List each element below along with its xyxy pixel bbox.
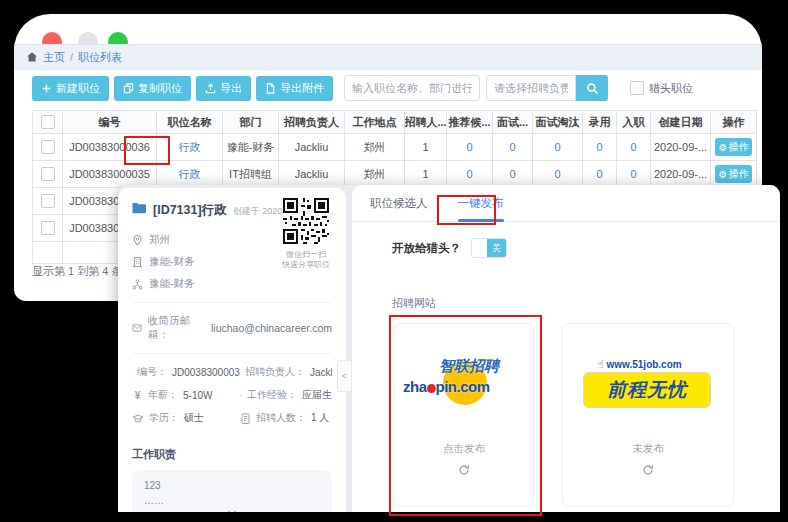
search-button[interactable] — [576, 75, 608, 101]
plus-icon — [41, 83, 52, 94]
refresh-icon[interactable] — [642, 462, 654, 480]
position-link[interactable]: 行政 — [157, 161, 223, 188]
headhunter-toggle-row: 开放给猎头？ 关 — [392, 238, 780, 258]
job-fields-grid: 编号：JD00383000036 招聘负责人：Jackliu ¥ 年薪：5-10… — [132, 365, 332, 434]
field-headcount: 招聘人数：1 人 — [240, 411, 332, 425]
toggle-off-half — [472, 239, 487, 257]
field-experience: 工作经验：应届生 — [240, 388, 332, 402]
hand-pointer-icon: ☝ — [597, 358, 604, 370]
file-icon — [265, 83, 276, 94]
gear-icon: ⚙ — [719, 169, 728, 180]
headcount-icon — [240, 413, 251, 424]
chevron-double-down-icon — [226, 510, 238, 512]
location-pin-icon — [132, 234, 143, 246]
job51-logo: ☝ www.51job.com 前程无忧 — [583, 358, 713, 408]
field-owner: 招聘负责人：Jackliu — [240, 365, 332, 379]
zhaopin-status: 点击发布 — [443, 442, 485, 456]
new-position-button[interactable]: 新建职位 — [32, 76, 109, 101]
education-icon — [132, 413, 144, 424]
field-salary: ¥ 年薪：5-10W — [132, 388, 240, 402]
panel-collapse-handle[interactable]: < — [337, 360, 352, 392]
salary-icon: ¥ — [132, 390, 143, 401]
job51-status: 未发布 — [632, 442, 664, 456]
owner-select-input[interactable] — [486, 75, 576, 101]
export-attachments-button[interactable]: 导出附件 — [256, 76, 333, 101]
row-action-button[interactable]: ⚙操作 — [715, 165, 753, 183]
job-department-row: 豫能-财务 — [132, 277, 272, 291]
row-checkbox[interactable] — [41, 221, 55, 235]
breadcrumb-home-link[interactable]: 主页 — [43, 50, 65, 65]
folder-icon — [132, 202, 147, 214]
toolbar: 新建职位 复制职位 导出 导出附件 猎头职位 — [14, 72, 762, 104]
gear-icon: ⚙ — [719, 142, 728, 153]
copy-icon — [123, 83, 134, 94]
publish-panel: 职位候选人 一键发布 开放给猎头？ 关 招聘网站 智联招聘 zhapin.com… — [352, 185, 780, 512]
headhunter-toggle[interactable]: 关 — [471, 238, 507, 258]
qr-code — [283, 198, 329, 244]
panel-tabs: 职位候选人 一键发布 — [352, 185, 780, 222]
headhunter-checkbox[interactable] — [630, 81, 644, 95]
select-all-checkbox[interactable] — [41, 115, 55, 129]
export-icon — [205, 83, 216, 94]
headhunter-checkbox-label: 猎头职位 — [649, 81, 693, 96]
expand-toggle[interactable] — [144, 508, 320, 512]
job-detail-panel: [ID7131]行政 创建于 2020/09 微信扫一扫 快速分享职位 郑州 豫… — [118, 188, 346, 512]
job51-publish-card[interactable]: ☝ www.51job.com 前程无忧 未发布 — [562, 323, 734, 507]
site-cards: 智联招聘 zhapin.com 点击发布 ☝ www.51job.com 前程无… — [394, 323, 780, 507]
breadcrumb: 主页 / 职位列表 — [14, 44, 762, 70]
search-icon — [586, 82, 599, 95]
resume-email: liuchao@chinacareer.com — [211, 322, 332, 334]
org-chart-icon — [132, 279, 143, 290]
row-action-button[interactable]: ⚙操作 — [715, 138, 753, 156]
job-company-row: 豫能-财务 — [132, 255, 272, 269]
table-row: JD00383000035 行政 IT招聘组 Jackliu 郑州 1 0 0 … — [33, 161, 757, 188]
tab-candidates[interactable]: 职位候选人 — [370, 185, 428, 221]
row-checkbox[interactable] — [41, 194, 55, 208]
field-id: 编号：JD00383000036 — [132, 365, 240, 379]
tab-one-click-publish[interactable]: 一键发布 — [458, 185, 504, 221]
breadcrumb-current[interactable]: 职位列表 — [78, 50, 122, 65]
row-checkbox[interactable] — [41, 140, 55, 154]
table-row: JD00383000036 行政 豫能-财务 Jackliu 郑州 1 0 0 … — [33, 134, 757, 161]
refresh-icon[interactable] — [458, 462, 470, 480]
qr-block: 微信扫一扫 快速分享职位 — [276, 198, 336, 270]
duty-section-title: 工作职责 — [132, 447, 332, 462]
position-link[interactable]: 行政 — [157, 134, 223, 161]
copy-position-button[interactable]: 复制职位 — [114, 76, 191, 101]
toggle-state-label: 关 — [487, 239, 506, 257]
headhunter-toggle-label: 开放给猎头？ — [392, 241, 461, 256]
envelope-icon — [132, 323, 142, 333]
zhaopin-logo-dot — [427, 384, 436, 393]
job-location-row: 郑州 — [132, 233, 272, 247]
table-header-row: 编号 职位名称 部门 招聘负责人 工作地点 招聘人... 推荐候... 面试..… — [33, 110, 757, 134]
row-checkbox[interactable] — [41, 167, 55, 181]
qr-caption-line2: 快速分享职位 — [276, 260, 336, 270]
job-title: [ID7131]行政 — [153, 202, 227, 219]
zhaopin-logo: 智联招聘 zhapin.com — [403, 357, 525, 409]
duty-content-box: 123 …… — [132, 470, 332, 512]
export-button[interactable]: 导出 — [196, 76, 251, 101]
building-icon — [132, 256, 143, 268]
briefcase-icon — [240, 390, 242, 401]
sites-section-label: 招聘网站 — [392, 296, 780, 311]
field-education: 学历：硕士 — [132, 411, 240, 425]
home-icon — [26, 51, 38, 63]
breadcrumb-separator: / — [70, 51, 73, 63]
qr-caption-line1: 微信扫一扫 — [276, 250, 336, 260]
zhaopin-publish-card[interactable]: 智联招聘 zhapin.com 点击发布 — [394, 323, 534, 507]
search-input[interactable] — [344, 75, 480, 101]
resume-email-row: 收简历邮箱：liuchao@chinacareer.com — [132, 314, 332, 342]
